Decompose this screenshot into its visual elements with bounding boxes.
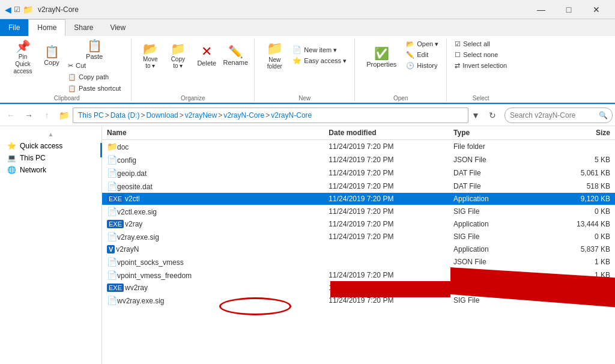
file-type-cell: SIG File (449, 230, 546, 243)
minimize-button[interactable]: — (527, 0, 555, 19)
folder-file-icon: 📁 (107, 142, 117, 151)
sidebar-item-quick-access[interactable]: ⭐ Quick access (0, 140, 101, 152)
col-type[interactable]: Type (449, 126, 546, 140)
tab-home[interactable]: Home (28, 19, 65, 36)
json-file-icon: 📄 (107, 257, 117, 267)
paste-shortcut-button[interactable]: 📋 Paste shortcut (65, 83, 124, 94)
table-row[interactable]: EXEv2ray 11/24/2019 7:20 PM Application … (102, 218, 615, 230)
easy-access-button[interactable]: ⭐ Easy access ▾ (289, 55, 350, 66)
title-controls: — □ ✕ (527, 0, 610, 19)
col-name[interactable]: Name (102, 126, 324, 140)
table-row[interactable]: Vv2rayN Application 5,837 KB (102, 243, 615, 255)
table-row[interactable]: EXEv2ctl 11/24/2019 7:20 PM Application … (102, 193, 615, 205)
title-bar: ◀ ☑ 📁 v2rayN-Core — □ ✕ (0, 0, 615, 19)
address-download: Download (146, 111, 178, 120)
v2rayn-file-icon: V (107, 245, 115, 253)
paste-submenu: ✂ Cut 📋 Copy path 📋 Paste shortcut (65, 60, 124, 94)
sidebar: ▲ ⭐ Quick access 💻 This PC 🌐 Network (0, 126, 102, 364)
properties-icon: ✅ (374, 46, 389, 61)
table-row[interactable]: 📄config 11/24/2019 7:20 PM JSON File 5 K… (102, 153, 615, 166)
network-icon: 🌐 (7, 166, 16, 174)
copy-to-button[interactable]: 📁 Copyto ▾ (164, 38, 192, 72)
main-area: ▲ ⭐ Quick access 💻 This PC 🌐 Network Nam… (0, 126, 615, 364)
file-date-cell (324, 255, 449, 268)
delete-button[interactable]: ✕ Delete (192, 38, 222, 72)
history-icon: 🕒 (406, 62, 414, 70)
clipboard-label: Clipboard (54, 95, 80, 102)
table-row[interactable]: 📁doc 11/24/2019 7:20 PM File folder (102, 140, 615, 154)
open-button[interactable]: 📂 Open ▾ (403, 38, 441, 49)
properties-button[interactable]: ✅ Properties (362, 46, 401, 68)
new-item-button[interactable]: 📄 New item ▾ (289, 44, 350, 55)
rename-button[interactable]: ✏️ Rename (222, 38, 249, 72)
file-name-cell: 📄geosite.dat (102, 180, 324, 193)
sig-file-icon: 📄 (107, 207, 117, 216)
file-type-cell: DAT File (449, 180, 546, 193)
up-button[interactable]: ↑ (38, 107, 55, 124)
file-name: v2ctl.exe.sig (117, 208, 157, 216)
file-size-cell: 0 KB (546, 230, 615, 243)
new-folder-icon: 📁 (267, 41, 283, 56)
table-row[interactable]: EXEwv2ray 11/24/2019 7:20 PM Application… (102, 282, 615, 294)
title-checkbox: ☑ (14, 5, 20, 14)
paste-group: 📋 Paste ✂ Cut 📋 Copy path 📋 (65, 38, 124, 94)
app-file-icon: EXE (107, 220, 124, 228)
table-row[interactable]: 📄v2ctl.exe.sig 11/24/2019 7:20 PM SIG Fi… (102, 205, 615, 218)
forward-button[interactable]: → (20, 107, 37, 124)
file-name: doc (117, 143, 129, 151)
history-button[interactable]: 🕒 History (403, 60, 441, 71)
table-row[interactable]: 📄geoip.dat 11/24/2019 7:20 PM DAT File 5… (102, 166, 615, 180)
easy-access-icon: ⭐ (292, 56, 301, 65)
table-row[interactable]: 📄vpoint_vmess_freedom 11/24/2019 7:20 PM… (102, 268, 615, 282)
app-file-icon: EXE (107, 284, 124, 292)
table-row[interactable]: 📄v2ray.exe.sig 11/24/2019 7:20 PM SIG Fi… (102, 230, 615, 243)
maximize-button[interactable]: □ (555, 0, 583, 19)
clipboard-group: 📌 Pin Quick access 📋 Copy 📋 Paste (2, 38, 132, 102)
file-type-cell: Application (449, 193, 546, 205)
sidebar-item-network[interactable]: 🌐 Network (0, 164, 101, 176)
edit-button[interactable]: ✏️ Edit (403, 49, 441, 60)
table-row[interactable]: 📄wv2ray.exe.sig 11/24/2019 7:20 PM SIG F… (102, 294, 615, 307)
new-items-col: 📄 New item ▾ ⭐ Easy access ▾ (289, 38, 350, 72)
file-date-cell (324, 243, 449, 255)
new-folder-button[interactable]: 📁 Newfolder (259, 38, 289, 72)
copy-path-button[interactable]: 📋 Copy path (65, 71, 124, 82)
file-size-cell: 0 KB (546, 294, 615, 307)
cut-icon: ✂ (68, 62, 73, 70)
paste-button[interactable]: 📋 Paste (81, 38, 108, 60)
copy-to-icon: 📁 (171, 41, 186, 56)
table-row[interactable]: 📄vpoint_socks_vmess JSON File 1 KB (102, 255, 615, 268)
file-type-cell: Application (449, 218, 546, 230)
search-input[interactable] (504, 108, 613, 123)
clipboard-group-items: 📌 Pin Quick access 📋 Copy 📋 Paste (7, 38, 126, 94)
table-row[interactable]: 📄geosite.dat 11/24/2019 7:20 PM DAT File… (102, 180, 615, 193)
refresh-button[interactable]: ↻ (484, 107, 501, 124)
back-button[interactable]: ← (2, 107, 19, 124)
tab-share[interactable]: Share (65, 19, 101, 36)
file-name: v2ctl (125, 195, 140, 203)
tab-file[interactable]: File (0, 19, 28, 36)
pin-quick-access-button[interactable]: 📌 Pin Quick access (7, 38, 38, 76)
new-item-icon: 📄 (292, 46, 301, 54)
invert-selection-button[interactable]: ⇄ Invert selection (452, 60, 510, 71)
select-none-button[interactable]: ☐ Select none (452, 49, 510, 60)
cut-button[interactable]: ✂ Cut (65, 60, 124, 71)
copy-button[interactable]: 📋 Copy (38, 38, 65, 72)
copy-icon: 📋 (44, 44, 59, 59)
file-name-cell: EXEv2ray (102, 218, 324, 230)
ribbon-tabs: File Home Share View (0, 19, 615, 36)
file-size-cell: 0 KB (546, 205, 615, 218)
close-button[interactable]: ✕ (583, 0, 610, 19)
paste-icon: 📋 (87, 38, 102, 53)
tab-view[interactable]: View (101, 19, 134, 36)
move-to-button[interactable]: 📂 Moveto ▾ (136, 38, 164, 72)
dropdown-button[interactable]: ▼ (470, 107, 482, 124)
sidebar-item-this-pc[interactable]: 💻 This PC (0, 152, 101, 164)
select-all-button[interactable]: ☑ Select all (452, 38, 510, 49)
col-size[interactable]: Size (546, 126, 615, 140)
address-bar[interactable]: This PC > Data (D:) > Download > v2rayNe… (73, 108, 468, 123)
file-date-cell: 11/24/2019 7:20 PM (324, 282, 449, 294)
file-name: config (117, 156, 136, 165)
file-date-cell: 11/24/2019 7:20 PM (324, 153, 449, 166)
col-date[interactable]: Date modified (324, 126, 449, 140)
